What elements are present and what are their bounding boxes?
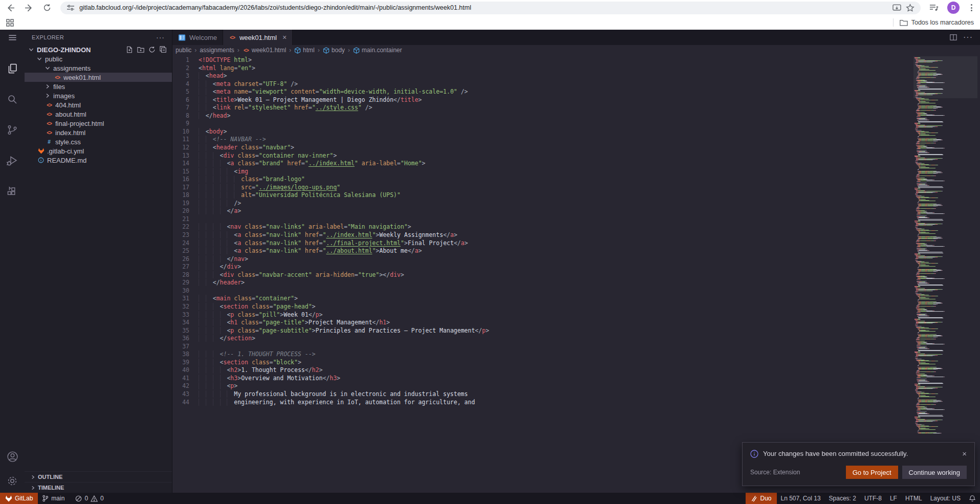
- browser-menu-icon[interactable]: [968, 4, 975, 11]
- code-line[interactable]: 29 </header>: [172, 279, 980, 287]
- apps-grid-icon[interactable]: [6, 19, 14, 27]
- site-settings-icon[interactable]: [67, 4, 75, 12]
- menu-hamburger-icon[interactable]: [0, 30, 25, 45]
- line-number[interactable]: 43: [172, 390, 189, 399]
- line-number[interactable]: 9: [172, 120, 189, 128]
- status-encoding[interactable]: UTF-8: [860, 493, 886, 504]
- code-line[interactable]: 36 </section>: [172, 335, 980, 343]
- code-line[interactable]: 1<!DOCTYPE html>: [172, 56, 980, 64]
- line-number[interactable]: 10: [172, 128, 189, 136]
- new-folder-icon[interactable]: [137, 46, 144, 53]
- code-line[interactable]: 33 <p class="pill">Week 01</p>: [172, 311, 980, 319]
- sidebar-item-images[interactable]: images: [25, 91, 172, 100]
- line-number[interactable]: 8: [172, 112, 189, 120]
- code-line[interactable]: 11 <!-- NAVBAR -->: [172, 136, 980, 144]
- sidebar-item-.gitlab-ci.yml[interactable]: .gitlab-ci.yml: [25, 146, 172, 156]
- toast-close-icon[interactable]: ×: [962, 449, 967, 458]
- status-cursor[interactable]: Ln 507, Col 13: [777, 493, 825, 504]
- line-number[interactable]: 27: [172, 263, 189, 271]
- code-line[interactable]: 43 My professional background is in elec…: [172, 390, 980, 399]
- go-to-project-button[interactable]: Go to Project: [846, 466, 898, 479]
- activity-run-debug[interactable]: [0, 145, 25, 176]
- code-line[interactable]: 20 </a>: [172, 207, 980, 215]
- code-line[interactable]: 31 <main class="container">: [172, 295, 980, 303]
- breadcrumb-week01-html[interactable]: <>week01.html: [243, 47, 286, 54]
- line-number[interactable]: 44: [172, 399, 189, 407]
- minimap[interactable]: [913, 56, 977, 435]
- reload-icon[interactable]: [42, 3, 52, 13]
- code-line[interactable]: 17 src="../images/logo-ups.png": [172, 184, 980, 192]
- sidebar-item-week01.html[interactable]: <>week01.html: [25, 73, 172, 82]
- line-number[interactable]: 33: [172, 311, 189, 319]
- line-number[interactable]: 17: [172, 184, 189, 192]
- code-line[interactable]: 39 <section class="block">: [172, 359, 980, 367]
- code-line[interactable]: 9: [172, 120, 980, 128]
- activity-search[interactable]: [0, 84, 25, 115]
- all-bookmarks-button[interactable]: Todos los marcadores: [900, 19, 974, 26]
- activity-source-control[interactable]: [0, 115, 25, 145]
- line-number[interactable]: 15: [172, 168, 189, 176]
- code-line[interactable]: 25 <a class="nav-link" href="../about.ht…: [172, 247, 980, 255]
- line-number[interactable]: 39: [172, 359, 189, 367]
- line-number[interactable]: 19: [172, 200, 189, 208]
- sidebar-item-style.css[interactable]: #style.css: [25, 137, 172, 146]
- line-number[interactable]: 1: [172, 56, 189, 64]
- back-icon[interactable]: [5, 3, 15, 13]
- code-line[interactable]: 21: [172, 215, 980, 224]
- tab-week01-html[interactable]: <>week01.html×: [223, 30, 293, 45]
- tab-welcome[interactable]: Welcome: [172, 30, 223, 45]
- code-line[interactable]: 24 <a class="nav-link" href="../final-pr…: [172, 239, 980, 248]
- line-number[interactable]: 31: [172, 295, 189, 303]
- code-line[interactable]: 37: [172, 343, 980, 351]
- status-language[interactable]: HTML: [901, 493, 926, 504]
- line-number[interactable]: 35: [172, 327, 189, 335]
- breadcrumb-body[interactable]: body: [323, 47, 345, 54]
- code-line[interactable]: 41 <h3>Overview and Motivation</h3>: [172, 375, 980, 383]
- continue-working-button[interactable]: Continue working: [902, 466, 967, 479]
- activity-explorer[interactable]: [0, 53, 25, 84]
- line-number[interactable]: 5: [172, 88, 189, 96]
- code-line[interactable]: 28 <div class="navbar-accent" aria-hidde…: [172, 271, 980, 279]
- activity-extensions[interactable]: [0, 176, 25, 207]
- status-indent[interactable]: Spaces: 2: [825, 493, 860, 504]
- breadcrumb-assignments[interactable]: assignments: [200, 47, 234, 54]
- code-line[interactable]: 38 <!-- 1. THOUGHT PROCESS -->: [172, 350, 980, 359]
- code-line[interactable]: 44 engineering, with experience in IoT, …: [172, 399, 980, 407]
- sidebar-item-index.html[interactable]: <>index.html: [25, 128, 172, 137]
- line-number[interactable]: 21: [172, 215, 189, 224]
- line-number[interactable]: 32: [172, 303, 189, 311]
- status-gitlab[interactable]: GitLab: [0, 493, 38, 504]
- code-editor[interactable]: 1<!DOCTYPE html>2<html lang="en">3 <head…: [172, 55, 980, 493]
- code-line[interactable]: 10 <body>: [172, 128, 980, 136]
- code-line[interactable]: 5 <meta name="viewport" content="width=d…: [172, 88, 980, 96]
- url-text[interactable]: gitlab.fabcloud.org/-/ide/project/academ…: [79, 4, 888, 11]
- line-number[interactable]: 13: [172, 152, 189, 160]
- line-number[interactable]: 29: [172, 279, 189, 287]
- code-line[interactable]: 6 <title>Week 01 — Project Management | …: [172, 96, 980, 104]
- explorer-more-actions-icon[interactable]: ···: [156, 33, 165, 41]
- sidebar-item-final-project.html[interactable]: <>final-project.html: [25, 119, 172, 128]
- line-number[interactable]: 37: [172, 343, 189, 351]
- activity-settings[interactable]: [0, 469, 25, 493]
- code-line[interactable]: 16 class="brand-logo": [172, 176, 980, 184]
- line-number[interactable]: 30: [172, 287, 189, 295]
- breadcrumb-main-container[interactable]: main.container: [353, 47, 402, 54]
- line-number[interactable]: 14: [172, 160, 189, 168]
- code-line[interactable]: 35 <p class="page-subtitle">Principles a…: [172, 327, 980, 335]
- bookmark-star-icon[interactable]: [906, 4, 914, 12]
- panel-timeline[interactable]: TIMELINE: [25, 482, 172, 493]
- line-number[interactable]: 6: [172, 96, 189, 104]
- code-line[interactable]: 13 <div class="container nav-inner">: [172, 152, 980, 160]
- code-line[interactable]: 40 <h2>1. Thought Process</h2>: [172, 366, 980, 375]
- breadcrumb-html[interactable]: html: [294, 47, 315, 54]
- breadcrumb-public[interactable]: public: [176, 47, 191, 54]
- code-line[interactable]: 12 <header class="navbar">: [172, 144, 980, 152]
- code-line[interactable]: 42 <p>: [172, 382, 980, 390]
- sidebar-item-about.html[interactable]: <>about.html: [25, 109, 172, 119]
- code-line[interactable]: 26 </nav>: [172, 255, 980, 264]
- sidebar-item-files[interactable]: files: [25, 82, 172, 91]
- sidebar-item-assignments[interactable]: assignments: [25, 63, 172, 73]
- line-number[interactable]: 16: [172, 176, 189, 184]
- sidebar-item-README.md[interactable]: README.md: [25, 156, 172, 165]
- code-line[interactable]: 3 <head>: [172, 72, 980, 80]
